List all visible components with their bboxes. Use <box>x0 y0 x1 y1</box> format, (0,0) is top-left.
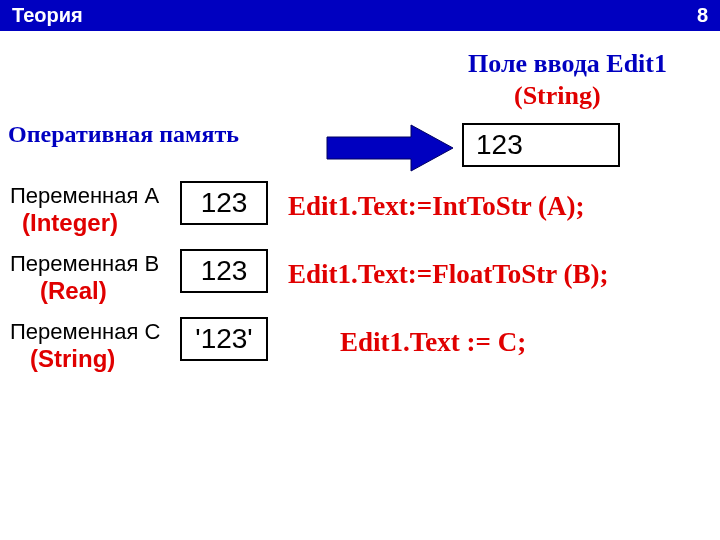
edit-field-title: Поле ввода Edit1 <box>468 49 667 79</box>
var-b-type: (Real) <box>40 277 107 305</box>
var-b-cell: 123 <box>180 249 268 293</box>
arrow-icon <box>325 123 455 173</box>
edit-field-box: 123 <box>462 123 620 167</box>
slide-number: 8 <box>697 4 708 27</box>
var-b-value: 123 <box>201 255 248 287</box>
memory-heading: Оперативная память <box>8 121 239 148</box>
code-line-b: Edit1.Text:=FloatToStr (B); <box>288 259 608 290</box>
var-c-cell: '123' <box>180 317 268 361</box>
slide-body: Оперативная память Переменная A (Integer… <box>0 31 720 539</box>
edit-field-value: 123 <box>476 129 523 161</box>
var-c-name: Переменная C <box>10 319 160 345</box>
code-line-a: Edit1.Text:=IntToStr (A); <box>288 191 584 222</box>
var-c-value: '123' <box>195 323 252 355</box>
slide-title: Теория <box>12 4 83 27</box>
var-a-type: (Integer) <box>22 209 118 237</box>
edit-field-type: (String) <box>514 81 601 111</box>
var-b-name: Переменная B <box>10 251 159 277</box>
var-c-type: (String) <box>30 345 115 373</box>
slide-header: Теория 8 <box>0 0 720 31</box>
var-a-cell: 123 <box>180 181 268 225</box>
code-line-c: Edit1.Text := C; <box>340 327 526 358</box>
svg-marker-0 <box>327 125 453 171</box>
var-a-value: 123 <box>201 187 248 219</box>
var-a-name: Переменная A <box>10 183 159 209</box>
